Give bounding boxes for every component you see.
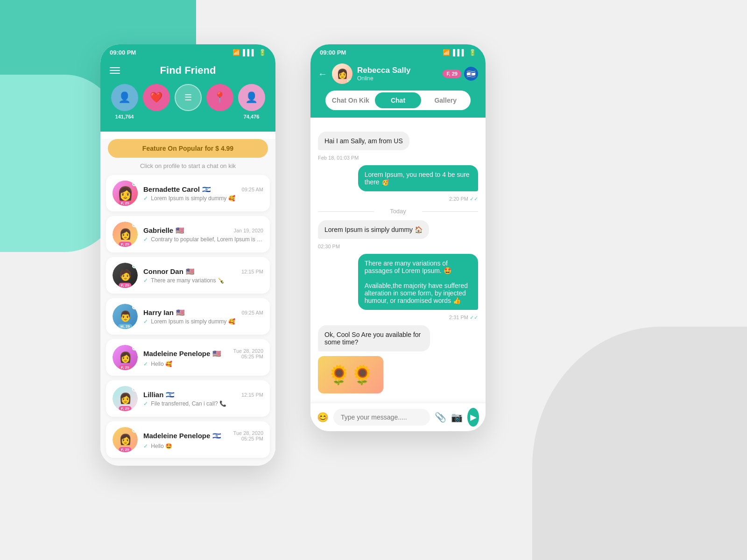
chat-name-row: Madeleine Penelope 🇺🇸 Tue 28, 2020 05:25… (143, 348, 263, 359)
offline-indicator (132, 428, 137, 433)
list-icon: ☰ (184, 92, 192, 103)
left-header: Find Friend 👤 141,764 ❤️ ☰ (100, 59, 275, 132)
age-badge: F, 29 (119, 447, 131, 452)
chat-name: Gabrielle 🇺🇸 (143, 226, 184, 235)
chat-time: 09:25 AM (242, 310, 263, 315)
message-row: Hai I am Sally, am from US (318, 132, 478, 153)
chat-name: Connor Dan 🇺🇸 (143, 267, 195, 276)
chat-preview: ✓ Hello 🥰 (143, 361, 263, 367)
wifi-icon: 📶 (443, 49, 450, 56)
camera-button[interactable]: 📷 (451, 412, 463, 423)
battery-icon: 🔋 (469, 49, 476, 56)
offline-indicator (132, 305, 137, 309)
chat-time-2: 05:25 PM (241, 354, 263, 359)
chat-name-row: Connor Dan 🇺🇸 12:15 PM (143, 267, 263, 276)
chat-name: Madeleine Penelope 🇮🇱 (143, 432, 221, 440)
message-timestamp-sent: 2:20 PM ✓✓ (318, 196, 478, 202)
tab-chat[interactable]: Chat (375, 92, 422, 108)
chat-info-madeleine2: Madeleine Penelope 🇮🇱 Tue 28, 2020 05:25… (143, 430, 263, 449)
message-image: 🌻🌻 (318, 356, 383, 393)
chat-info-bernadette: Bernadette Carol 🇮🇱 09:25 AM ✓ Lorem Ips… (143, 185, 263, 202)
avatar-gabrielle: 👩 F, 29 (113, 222, 138, 247)
attach-button[interactable]: 📎 (435, 412, 446, 423)
message-received: Hai I am Sally, am from US (318, 132, 409, 150)
chat-item-lillian[interactable]: 👩 F, 29 Lillian 🇮🇱 12:15 PM ✓ File trans… (106, 380, 270, 417)
page-title: Find Friend (160, 64, 216, 77)
chat-time: 12:15 PM (241, 269, 263, 274)
online-indicator (132, 182, 137, 186)
tab-gallery[interactable]: Gallery (422, 92, 469, 108)
chat-name: Harry Ian 🇺🇸 (143, 308, 185, 317)
icon-btn-location[interactable]: 📍 (206, 84, 233, 111)
chat-item-gabrielle[interactable]: 👩 F, 29 Gabrielle 🇺🇸 Jan 19, 2020 ✓ Cont… (106, 216, 270, 252)
age-badge: F, 29 (119, 365, 131, 370)
tab-bar: Chat On Kik Chat Gallery (325, 91, 471, 110)
message-sent: Lorem Ipsum, you need to 4 be sure there… (358, 165, 478, 191)
offline-indicator (132, 223, 137, 227)
chat-name-row: Lillian 🇮🇱 12:15 PM (143, 391, 263, 399)
age-badge: F, 29 (119, 283, 131, 288)
chat-header-row: ← 👩 Rebecca Sally Online F, 29 🇮🇱 (318, 63, 478, 84)
left-header-top: Find Friend (110, 64, 266, 77)
chat-messages: Hai I am Sally, am from US Feb 18, 01:03… (310, 124, 486, 403)
icon-btn-list[interactable]: ☰ (175, 84, 202, 111)
online-indicator (132, 264, 137, 268)
chat-name-row: Bernadette Carol 🇮🇱 09:25 AM (143, 185, 263, 194)
contact-name: Rebecca Sally (357, 66, 438, 75)
chat-preview: ✓ Contrary to popular belief, Lorem Ipsu… (143, 236, 263, 243)
left-status-icons: 📶 ▌▌▌ 🔋 (233, 49, 266, 56)
signal-icon: ▌▌▌ (453, 49, 466, 56)
message-image-row: 🌻🌻 (318, 356, 478, 393)
chat-name: Lillian 🇮🇱 (143, 391, 175, 399)
emoji-button[interactable]: 😊 (317, 412, 329, 423)
offline-indicator (132, 387, 137, 392)
icon-btn-heart[interactable]: ❤️ (143, 84, 170, 111)
age-badge: F, 29 (119, 242, 131, 247)
send-button[interactable]: ▶ (467, 408, 479, 427)
chat-item-madeleine[interactable]: 👩 F, 29 Madeleine Penelope 🇺🇸 Tue 28, 20… (106, 339, 270, 376)
back-button[interactable]: ← (318, 69, 327, 79)
chat-name: Bernadette Carol 🇮🇱 (143, 185, 211, 194)
chat-time: Jan 19, 2020 (233, 228, 263, 233)
input-bar: 😊 📎 📷 ▶ (310, 403, 486, 431)
gender-age-badge: F, 29 (443, 70, 461, 78)
feature-banner[interactable]: Feature On Popular for $ 4.99 (108, 139, 268, 158)
chat-info-lillian: Lillian 🇮🇱 12:15 PM ✓ File transferred, … (143, 391, 263, 407)
chat-preview: ✓ Lorem Ipsum is simply dummy 🥰 (143, 195, 263, 202)
chat-info-harry: Harry Ian 🇺🇸 09:25 AM ✓ Lorem Ipsum is s… (143, 308, 263, 325)
battery-icon: 🔋 (259, 49, 266, 56)
avatar-madeleine2: 👩 F, 29 (113, 427, 138, 452)
chat-preview: ✓ Hello 🤩 (143, 443, 263, 449)
tab-chat-on-kik[interactable]: Chat On Kik (327, 92, 374, 108)
heart-icon: ❤️ (150, 91, 162, 104)
icon-btn-profile[interactable]: 👤 74,476 (238, 84, 265, 111)
message-timestamp-sent: 2:31 PM ✓✓ (318, 315, 478, 321)
right-status-bar: 09:00 PM 📶 ▌▌▌ 🔋 (310, 44, 486, 59)
chat-time: Tue 28, 2020 (233, 430, 263, 436)
icon-btn-users[interactable]: 👤 141,764 (111, 84, 138, 111)
message-timestamp: Feb 18, 01:03 PM (318, 155, 478, 161)
avatar-madeleine: 👩 F, 29 (113, 345, 138, 370)
chat-item-harry[interactable]: 👨 M, 29 Harry Ian 🇺🇸 09:25 AM ✓ Lorem Ip… (106, 298, 270, 335)
avatar-lillian: 👩 F, 29 (113, 386, 138, 411)
message-row: Lorem Ipsum, you need to 4 be sure there… (318, 165, 478, 194)
chat-info-gabrielle: Gabrielle 🇺🇸 Jan 19, 2020 ✓ Contrary to … (143, 226, 263, 243)
chat-preview: ✓ There are many variations 🍾 (143, 277, 263, 284)
hamburger-menu[interactable] (110, 67, 120, 74)
contact-status: Online (357, 75, 438, 82)
chat-item-bernadette[interactable]: 👩 F, 29 Bernadette Carol 🇮🇱 09:25 AM ✓ L… (106, 175, 270, 211)
left-status-bar: 09:00 PM 📶 ▌▌▌ 🔋 (100, 44, 275, 59)
chat-item-madeleine2[interactable]: 👩 F, 29 Madeleine Penelope 🇮🇱 Tue 28, 20… (106, 421, 270, 458)
avatar-bernadette: 👩 F, 29 (113, 181, 138, 206)
wifi-icon: 📶 (233, 49, 240, 56)
left-time: 09:00 PM (110, 49, 136, 56)
age-badge: M, 29 (118, 324, 132, 329)
chat-name-row: Gabrielle 🇺🇸 Jan 19, 2020 (143, 226, 263, 235)
right-time: 09:00 PM (320, 49, 346, 56)
message-input[interactable] (333, 409, 430, 426)
chat-item-connor[interactable]: 🧑 F, 29 Connor Dan 🇺🇸 12:15 PM ✓ There a… (106, 257, 270, 294)
message-received: Lorem Ipsum is simply dummy 🏠 (318, 220, 429, 239)
chat-preview: ✓ Lorem Ipsum is simply dummy 🥰 (143, 318, 263, 325)
signal-icon: ▌▌▌ (243, 49, 256, 56)
left-phone-body: Feature On Popular for $ 4.99 Click on p… (100, 139, 275, 466)
